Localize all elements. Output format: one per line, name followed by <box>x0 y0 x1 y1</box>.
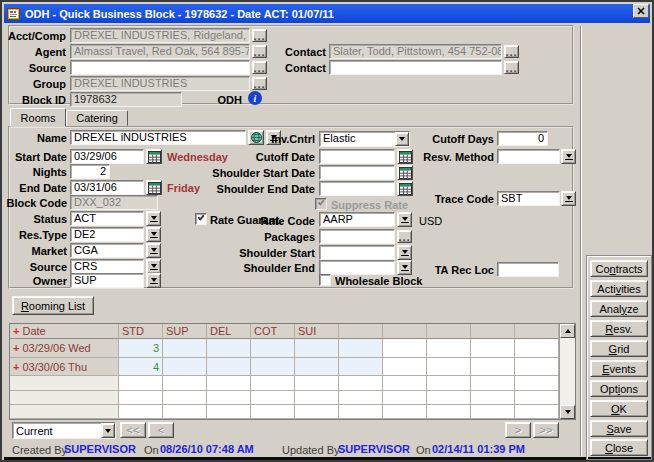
shoulder-start-date-calendar-button[interactable] <box>397 165 413 180</box>
contact2-lookup-button[interactable]: ... <box>504 61 519 74</box>
rate-code-list-button[interactable] <box>397 212 412 227</box>
info-icon[interactable]: i <box>248 91 262 105</box>
rooming-list-button[interactable]: Rooming List <box>12 296 94 315</box>
grid-cell[interactable] <box>251 358 295 377</box>
grid-cell[interactable] <box>383 358 427 377</box>
nights-field[interactable]: 2 <box>70 164 110 179</box>
grid-cell[interactable] <box>295 339 339 358</box>
grid-cell[interactable] <box>119 391 163 406</box>
grid-cell[interactable] <box>163 339 207 358</box>
contact1-lookup-button[interactable]: ... <box>504 45 519 58</box>
grid-cell[interactable] <box>471 358 515 377</box>
grid-cell[interactable] <box>515 405 559 419</box>
grid-row-date[interactable] <box>10 376 119 391</box>
grid-cell[interactable] <box>207 405 251 419</box>
shoulder-start-field[interactable] <box>319 245 395 260</box>
grid-cell[interactable] <box>295 391 339 406</box>
grid-cell[interactable] <box>471 405 515 419</box>
packages-lookup-button[interactable]: ... <box>397 230 412 243</box>
grid-cell[interactable] <box>251 339 295 358</box>
tab-catering[interactable]: Catering <box>66 110 128 126</box>
status-list-button[interactable] <box>146 211 161 226</box>
rate-code-field[interactable]: AARP <box>319 212 395 227</box>
save-button[interactable]: Save <box>590 420 648 437</box>
grid-cell[interactable] <box>339 339 383 358</box>
cutoff-days-field[interactable]: 0 <box>497 131 548 146</box>
acct-comp-field[interactable]: DREXEL INDUSTRIES, Ridgeland, 564 52 <box>70 28 250 43</box>
options-button[interactable]: Options <box>590 380 648 397</box>
expand-row-icon[interactable]: + <box>13 342 19 354</box>
grid-cell[interactable] <box>251 405 295 419</box>
grid-row-date[interactable]: +03/29/06 Wed <box>10 339 119 358</box>
grid-cell[interactable] <box>427 358 471 377</box>
grid-cell[interactable] <box>207 376 251 391</box>
grid-cell[interactable] <box>383 405 427 419</box>
status-field[interactable]: ACT <box>70 211 144 226</box>
grid-cell[interactable] <box>295 405 339 419</box>
grid-cell[interactable] <box>471 391 515 406</box>
grid-cell[interactable] <box>251 391 295 406</box>
start-date-calendar-button[interactable] <box>146 149 162 164</box>
grid-cell[interactable] <box>119 405 163 419</box>
end-date-calendar-button[interactable] <box>146 180 162 195</box>
source2-list-button[interactable] <box>146 259 161 274</box>
grid-cell-std[interactable]: 4 <box>119 358 163 377</box>
view-select-dropdown-button[interactable] <box>101 423 115 438</box>
grid-cell-std[interactable]: 3 <box>119 339 163 358</box>
grid-cell[interactable] <box>207 339 251 358</box>
market-field[interactable]: CGA <box>70 243 144 258</box>
grid-cell[interactable] <box>207 358 251 377</box>
contact1-field[interactable]: Slater, Todd, Pittstown, 454 752-0885 <box>329 44 502 59</box>
grid-cell[interactable] <box>471 376 515 391</box>
scroll-down-button[interactable] <box>560 405 575 419</box>
grid-cell[interactable] <box>427 391 471 406</box>
resv-method-field[interactable] <box>497 149 560 164</box>
analyze-button[interactable]: Analyze <box>590 300 648 317</box>
grid-cell[interactable] <box>295 358 339 377</box>
resv-method-list-button[interactable] <box>561 149 576 164</box>
wholesale-block-checkbox[interactable] <box>319 274 331 286</box>
close-window-button[interactable]: Close <box>590 439 648 456</box>
grid-cell[interactable] <box>207 391 251 406</box>
group-field[interactable]: DREXEL INDUSTRIES <box>70 76 250 91</box>
res-type-field[interactable]: DE2 <box>70 227 144 242</box>
grid-row-date[interactable]: +03/30/06 Thu <box>10 358 119 377</box>
trace-code-field[interactable]: SBT <box>497 191 560 206</box>
grid-row-date[interactable] <box>10 391 119 406</box>
grid-cell[interactable] <box>163 405 207 419</box>
nav-last-button[interactable]: >> <box>533 422 559 438</box>
grid-vertical-scrollbar[interactable] <box>559 324 575 419</box>
shoulder-start-list-button[interactable] <box>397 245 412 260</box>
tab-rooms[interactable]: Rooms <box>10 108 66 127</box>
grid-cell[interactable] <box>383 376 427 391</box>
end-date-field[interactable]: 03/31/06 <box>70 180 144 195</box>
grid-cell[interactable] <box>119 376 163 391</box>
grid-cell[interactable] <box>339 405 383 419</box>
owner-field[interactable]: SUP <box>70 273 144 288</box>
market-list-button[interactable] <box>146 243 161 258</box>
grid-cell[interactable] <box>515 339 559 358</box>
grid-cell[interactable] <box>295 376 339 391</box>
resv-button[interactable]: Resv. <box>590 320 648 337</box>
agent-lookup-button[interactable]: ... <box>252 45 267 58</box>
events-button[interactable]: Events <box>590 360 648 377</box>
grid-cell[interactable] <box>515 391 559 406</box>
source-field[interactable] <box>70 60 250 75</box>
scroll-up-button[interactable] <box>560 324 575 338</box>
grid-button[interactable]: Grid <box>590 340 648 357</box>
ok-button[interactable]: OK <box>590 400 648 417</box>
trace-code-list-button[interactable] <box>561 191 576 206</box>
grid-cell[interactable] <box>163 358 207 377</box>
activities-button[interactable]: Activities <box>590 280 648 297</box>
cutoff-date-field[interactable] <box>319 149 395 164</box>
grid-cell[interactable] <box>427 339 471 358</box>
shoulder-end-date-field[interactable] <box>319 181 395 196</box>
contact2-field[interactable] <box>329 60 502 75</box>
grid-cell[interactable] <box>383 339 427 358</box>
grid-cell[interactable] <box>251 376 295 391</box>
res-type-list-button[interactable] <box>146 227 161 242</box>
grid-cell[interactable] <box>515 376 559 391</box>
nav-next-button[interactable]: > <box>505 422 531 438</box>
source-lookup-button[interactable]: ... <box>252 61 267 74</box>
nav-first-button[interactable]: << <box>120 422 146 438</box>
